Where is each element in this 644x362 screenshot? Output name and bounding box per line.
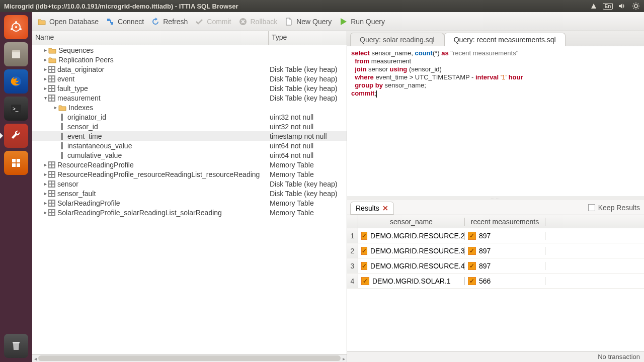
cell-sensor-name[interactable]: DEMO.MGRID.RESOURCE.3 bbox=[358, 247, 465, 255]
keep-results-toggle[interactable]: Keep Results bbox=[588, 204, 640, 212]
expander-icon[interactable]: ▸ bbox=[52, 105, 58, 110]
tree-row[interactable]: ▸Sequences bbox=[32, 45, 347, 55]
new-query-button[interactable]: New Query bbox=[284, 17, 332, 26]
svg-point-2 bbox=[15, 26, 17, 28]
tree-row[interactable]: ▸fault_typeDisk Table (key heap) bbox=[32, 83, 347, 93]
expander-icon[interactable]: ▸ bbox=[42, 191, 48, 196]
network-icon[interactable] bbox=[590, 2, 598, 10]
tree-row[interactable]: ▸sensorDisk Table (key heap) bbox=[32, 179, 347, 189]
tree-row[interactable]: ▸eventDisk Table (key heap) bbox=[32, 74, 347, 83]
cell-recent-measurements[interactable]: 566 bbox=[465, 277, 545, 285]
tree-item-label: event_time bbox=[67, 132, 102, 140]
expander-icon[interactable]: ▸ bbox=[42, 85, 48, 91]
svg-point-0 bbox=[634, 5, 637, 8]
results-col-sensor-name[interactable]: sensor_name bbox=[358, 218, 465, 226]
tree-row[interactable]: sensor_iduint32 not null bbox=[32, 122, 347, 131]
tree-header-name[interactable]: Name bbox=[32, 31, 269, 45]
cell-value: 566 bbox=[479, 277, 491, 285]
launcher-firefox[interactable] bbox=[4, 69, 28, 94]
query-pane: Query: solar reading.sqlQuery: recent me… bbox=[347, 31, 644, 362]
tree-row[interactable]: event_timetimestamp not null bbox=[32, 131, 347, 141]
results-row[interactable]: 2DEMO.MGRID.RESOURCE.3897 bbox=[347, 243, 644, 258]
scroll-left-icon[interactable]: ◂ bbox=[32, 354, 38, 362]
gear-icon[interactable] bbox=[632, 2, 640, 10]
expander-icon[interactable]: ▸ bbox=[42, 57, 48, 62]
titlebar: Microgrid (idb+tcp://10.0.0.191/microgri… bbox=[0, 0, 644, 12]
keep-results-checkbox[interactable] bbox=[588, 204, 595, 211]
expander-icon[interactable]: ▸ bbox=[42, 47, 48, 53]
results-row[interactable]: 4DEMO.MGRID.SOLAR.1566 bbox=[347, 274, 644, 289]
open-database-button[interactable]: Open Database bbox=[37, 17, 99, 26]
expander-icon[interactable]: ▾ bbox=[42, 95, 48, 101]
expander-icon[interactable]: ▸ bbox=[42, 181, 48, 187]
tree-item-type: uint32 not null bbox=[269, 123, 347, 131]
tree-row[interactable]: cumulative_valueuint64 not null bbox=[32, 150, 347, 160]
rollback-button: Rollback bbox=[238, 17, 278, 26]
results-row[interactable]: 3DEMO.MGRID.RESOURCE.4897 bbox=[347, 258, 644, 274]
schema-tree[interactable]: ▸Sequences▸Replication Peers▸data_origin… bbox=[32, 45, 347, 354]
language-indicator[interactable]: En bbox=[604, 2, 612, 10]
schema-tree-pane: Name Type ▸Sequences▸Replication Peers▸d… bbox=[32, 31, 347, 362]
launcher-app-db[interactable] bbox=[4, 151, 28, 175]
rollback-icon bbox=[238, 17, 248, 26]
launcher-app-wrench[interactable] bbox=[4, 124, 28, 148]
row-index: 3 bbox=[347, 258, 358, 273]
expander-icon[interactable]: ▸ bbox=[42, 210, 48, 215]
expander-icon[interactable]: ▸ bbox=[42, 76, 48, 81]
tree-row[interactable]: instantaneous_valueuint64 not null bbox=[32, 141, 347, 150]
results-table[interactable]: sensor_name recent measurements 1DEMO.MG… bbox=[347, 215, 644, 351]
run-query-button[interactable]: Run Query bbox=[339, 17, 385, 26]
commit-button: Commit bbox=[195, 17, 231, 26]
column-icon bbox=[58, 133, 65, 140]
scroll-right-icon[interactable]: ▸ bbox=[341, 354, 347, 362]
results-tab-label: Results bbox=[356, 204, 379, 212]
folder-open-icon bbox=[37, 17, 46, 26]
tree-row[interactable]: ▸Indexes bbox=[32, 103, 347, 112]
results-row[interactable]: 1DEMO.MGRID.RESOURCE.2897 bbox=[347, 228, 644, 243]
scrollbar-thumb[interactable] bbox=[38, 355, 341, 361]
expander-icon[interactable]: ▸ bbox=[42, 171, 48, 177]
connect-button[interactable]: Connect bbox=[106, 17, 144, 26]
cell-recent-measurements[interactable]: 897 bbox=[465, 247, 545, 255]
refresh-button[interactable]: Refresh bbox=[151, 17, 188, 26]
launcher-trash[interactable] bbox=[4, 334, 28, 358]
launcher-terminal[interactable]: >_ bbox=[4, 97, 28, 121]
close-results-icon[interactable]: ✕ bbox=[382, 204, 388, 212]
results-col-recent-measurements[interactable]: recent measurements bbox=[465, 218, 545, 226]
tree-row[interactable]: ▸SolarReadingProfile_solarReadingList_so… bbox=[32, 208, 347, 217]
column-icon bbox=[58, 142, 65, 149]
query-tab[interactable]: Query: solar reading.sql bbox=[350, 33, 444, 46]
tree-row[interactable]: ▸Replication Peers bbox=[32, 55, 347, 64]
tree-row[interactable]: originator_iduint32 not null bbox=[32, 112, 347, 122]
tree-row[interactable]: ▸sensor_faultDisk Table (key heap) bbox=[32, 189, 347, 198]
tree-item-type: Disk Table (key heap) bbox=[269, 65, 347, 73]
volume-icon[interactable] bbox=[618, 2, 626, 10]
cell-sensor-name[interactable]: DEMO.MGRID.RESOURCE.2 bbox=[358, 232, 465, 240]
tree-row[interactable]: ▸ResourceReadingProfile_resourceReadingL… bbox=[32, 169, 347, 179]
expander-icon[interactable]: ▸ bbox=[42, 162, 48, 167]
tree-item-label: instantaneous_value bbox=[67, 142, 132, 150]
expander-icon[interactable]: ▸ bbox=[42, 66, 48, 72]
expander-icon[interactable]: ▸ bbox=[42, 200, 48, 206]
results-header: Results ✕ Keep Results bbox=[347, 200, 644, 215]
sql-editor[interactable]: select sensor_name, count(*) as "recent … bbox=[347, 46, 644, 197]
tree-row[interactable]: ▾measurementDisk Table (key heap) bbox=[32, 93, 347, 103]
tree-header-type[interactable]: Type bbox=[269, 31, 347, 45]
tree-header: Name Type bbox=[32, 31, 347, 45]
tree-row[interactable]: ▸SolarReadingProfileMemory Table bbox=[32, 198, 347, 208]
cell-sensor-name[interactable]: DEMO.MGRID.SOLAR.1 bbox=[358, 277, 465, 285]
tree-item-label: sensor_fault bbox=[57, 190, 96, 198]
tree-horizontal-scrollbar[interactable]: ◂ ▸ bbox=[32, 354, 347, 362]
tree-row[interactable]: ▸ResourceReadingProfileMemory Table bbox=[32, 160, 347, 169]
tree-item-label: originator_id bbox=[67, 113, 106, 121]
tree-item-label: Sequences bbox=[58, 46, 94, 54]
results-tab[interactable]: Results ✕ bbox=[350, 202, 394, 215]
cell-sensor-name[interactable]: DEMO.MGRID.RESOURCE.4 bbox=[358, 262, 465, 270]
tree-item-type: Disk Table (key heap) bbox=[269, 190, 347, 198]
launcher-files[interactable] bbox=[4, 42, 28, 66]
launcher-dash[interactable] bbox=[4, 15, 28, 39]
cell-recent-measurements[interactable]: 897 bbox=[465, 232, 545, 240]
query-tab[interactable]: Query: recent measurements.sql bbox=[444, 33, 566, 46]
tree-row[interactable]: ▸data_originatorDisk Table (key heap) bbox=[32, 64, 347, 74]
cell-recent-measurements[interactable]: 897 bbox=[465, 262, 545, 270]
